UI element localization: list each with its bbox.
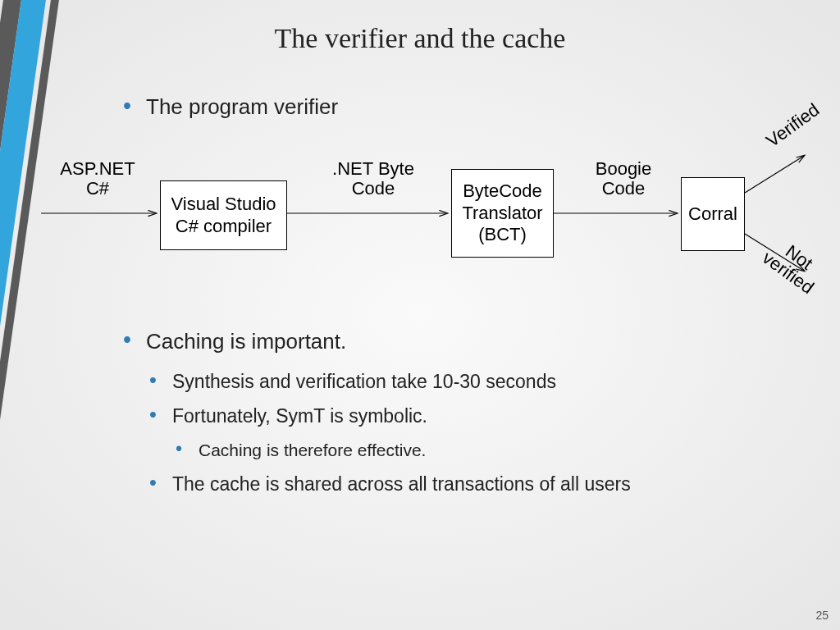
content-top: The program verifier bbox=[123, 94, 804, 128]
diagram-edge-bytecode: .NET Byte Code bbox=[320, 159, 427, 199]
diagram-box-bct-l3: (BCT) bbox=[452, 224, 553, 245]
diagram-box-corral-label: Corral bbox=[682, 203, 744, 225]
diagram-input-label-bottom: C# bbox=[86, 178, 109, 199]
diagram-edge-boogie: Boogie Code bbox=[582, 159, 664, 199]
diagram-box-compiler-l1: Visual Studio bbox=[161, 194, 286, 215]
bullet-caching-effective: Caching is therefore effective. bbox=[176, 440, 804, 461]
diagram-box-bct: ByteCode Translator (BCT) bbox=[451, 169, 554, 258]
diagram-edge-bytecode-top: .NET Byte bbox=[332, 158, 414, 179]
diagram-edge-boogie-top: Boogie bbox=[596, 158, 652, 179]
bullet-program-verifier: The program verifier bbox=[123, 94, 804, 120]
diagram-box-bct-l1: ByteCode bbox=[452, 180, 553, 202]
slide-title: The verifier and the cache bbox=[0, 23, 840, 54]
diagram-input-label: ASP.NET C# bbox=[52, 159, 143, 199]
bullet-symt-symbolic: Fortunately, SymT is symbolic. bbox=[149, 404, 804, 428]
diagram-box-compiler: Visual Studio C# compiler bbox=[160, 180, 287, 250]
diagram-box-compiler-l2: C# compiler bbox=[161, 216, 286, 237]
diagram-edge-boogie-bottom: Code bbox=[602, 178, 646, 199]
diagram-edge-bytecode-bottom: Code bbox=[352, 178, 395, 199]
verifier-diagram: ASP.NET C# Visual Studio C# compiler .NE… bbox=[41, 139, 820, 304]
diagram-input-label-top: ASP.NET bbox=[60, 158, 135, 179]
diagram-box-corral: Corral bbox=[681, 177, 745, 251]
svg-line-3 bbox=[745, 156, 804, 193]
bullet-caching-important: Caching is important. bbox=[123, 328, 804, 355]
bullet-synthesis-time: Synthesis and verification take 10-30 se… bbox=[149, 370, 804, 394]
diagram-box-bct-l2: Translator bbox=[452, 203, 553, 224]
content-bottom: Caching is important. Synthesis and veri… bbox=[123, 328, 804, 508]
page-number: 25 bbox=[815, 609, 829, 622]
bullet-cache-shared: The cache is shared across all transacti… bbox=[149, 472, 804, 496]
